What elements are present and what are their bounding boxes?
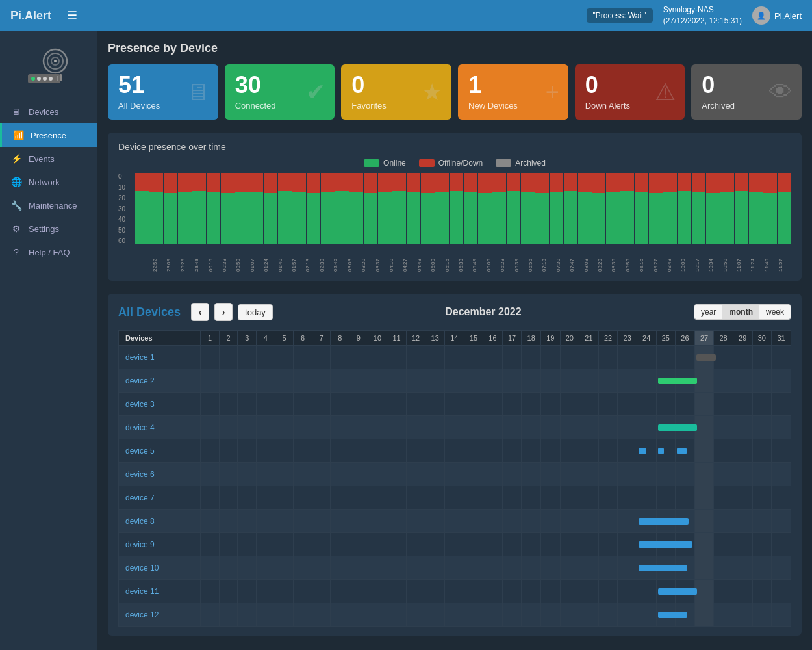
col-header-day: 21 — [579, 331, 599, 346]
day-cell — [387, 463, 407, 486]
cal-view-month[interactable]: month — [722, 305, 759, 319]
cal-view-week[interactable]: week — [759, 305, 791, 319]
bar-offline — [763, 173, 777, 193]
sidebar-item-help[interactable]: ? Help / FAQ — [0, 240, 97, 264]
cal-scroll: Devices123456789101112131415161718192021… — [118, 330, 791, 627]
stat-card-connected[interactable]: ✔ 30 Connected — [225, 64, 335, 120]
bar-group — [207, 173, 220, 244]
day-cell — [219, 510, 238, 533]
presence-bar — [658, 448, 664, 454]
day-cell — [598, 416, 618, 439]
day-cell — [502, 510, 522, 533]
day-cell — [637, 369, 656, 393]
sidebar-nav: 🖥 Devices 📶 Presence ⚡ Events 🌐 Network … — [0, 100, 97, 650]
bar-offline — [464, 173, 477, 192]
bar-online — [235, 192, 249, 244]
day-cell — [445, 603, 464, 627]
cal-prev-button[interactable]: ‹ — [191, 303, 209, 321]
day-cell — [637, 533, 656, 556]
cal-next-button[interactable]: › — [214, 303, 233, 321]
day-cell — [349, 439, 368, 463]
stat-card-favorites[interactable]: ★ 0 Favorites — [341, 64, 451, 120]
day-cell — [752, 393, 772, 416]
day-cell — [201, 463, 220, 486]
day-cell — [502, 580, 522, 603]
stat-card-new-devices[interactable]: + 1 New Devices — [458, 64, 568, 120]
host-info: Synology-NAS (27/12/2022, 12:15:31) — [663, 5, 742, 27]
bar-offline — [278, 173, 292, 191]
day-cell — [772, 510, 791, 533]
day-cell — [694, 556, 714, 580]
day-cell — [445, 556, 464, 580]
sidebar-item-settings[interactable]: ⚙ Settings — [0, 217, 97, 240]
day-cell — [772, 603, 791, 627]
device-name[interactable]: device 12 — [119, 603, 201, 627]
bar-group — [564, 173, 577, 244]
stat-card-down-alerts[interactable]: ⚠ 0 Down Alerts — [575, 64, 685, 120]
bar-offline — [264, 173, 277, 193]
bar-offline — [135, 173, 149, 191]
day-cell — [387, 439, 407, 463]
day-cell — [331, 463, 349, 486]
cal-view-year[interactable]: year — [694, 305, 722, 319]
day-cell — [368, 486, 387, 510]
sidebar-item-devices[interactable]: 🖥 Devices — [0, 100, 97, 124]
device-name[interactable]: device 7 — [119, 486, 201, 510]
day-cell — [694, 369, 714, 393]
bar-online — [678, 191, 691, 245]
day-cell — [331, 439, 349, 463]
stat-card-all-devices[interactable]: 🖥 51 All Devices — [108, 64, 218, 120]
stat-icon-new-devices: + — [546, 79, 559, 106]
day-cell — [522, 463, 541, 486]
day-cell — [275, 533, 294, 556]
bar-offline — [535, 173, 549, 193]
bar-online — [392, 191, 406, 245]
bar-group — [221, 173, 235, 244]
bar-group — [335, 173, 349, 244]
bar-online — [321, 192, 335, 244]
day-cell — [772, 580, 791, 603]
device-name[interactable]: device 4 — [119, 416, 201, 439]
device-name[interactable]: device 2 — [119, 369, 201, 393]
day-cell — [714, 416, 733, 439]
device-name[interactable]: device 8 — [119, 510, 201, 533]
cal-today-button[interactable]: today — [238, 304, 273, 320]
chart-x-label: 07:47 — [569, 246, 582, 272]
device-name[interactable]: device 11 — [119, 580, 201, 603]
sidebar-item-presence[interactable]: 📶 Presence — [0, 124, 97, 147]
device-name[interactable]: device 1 — [119, 346, 201, 369]
bar-offline — [321, 173, 335, 192]
day-cell — [425, 393, 445, 416]
day-cell — [772, 533, 791, 556]
bar-group — [692, 173, 705, 244]
bar-group — [149, 173, 163, 244]
device-name[interactable]: device 5 — [119, 439, 201, 463]
day-cell — [752, 439, 772, 463]
day-cell — [483, 439, 503, 463]
chart-x-label: 06:39 — [514, 246, 527, 272]
day-cell — [598, 346, 618, 369]
day-cell — [733, 439, 752, 463]
day-cell — [312, 416, 331, 439]
device-name[interactable]: device 6 — [119, 463, 201, 486]
bar-group — [407, 173, 420, 244]
sidebar-item-maintenance[interactable]: 🔧 Maintenance — [0, 194, 97, 217]
col-header-day: 6 — [294, 331, 312, 346]
day-cell — [464, 416, 483, 439]
device-name[interactable]: device 10 — [119, 556, 201, 580]
process-status: "Process: Wait" — [587, 8, 653, 23]
sidebar-item-label-settings: Settings — [29, 224, 59, 234]
day-cell — [752, 556, 772, 580]
day-cell — [676, 393, 695, 416]
day-cell — [219, 486, 238, 510]
device-name[interactable]: device 9 — [119, 533, 201, 556]
day-cell — [331, 486, 349, 510]
hamburger-menu[interactable]: ☰ — [67, 8, 77, 23]
sidebar-item-events[interactable]: ⚡ Events — [0, 147, 97, 170]
day-cell — [238, 603, 257, 627]
day-cell — [387, 603, 407, 627]
stat-card-archived[interactable]: 👁 0 Archived — [691, 64, 802, 120]
device-name[interactable]: device 3 — [119, 393, 201, 416]
sidebar-item-network[interactable]: 🌐 Network — [0, 170, 97, 194]
day-cell — [368, 533, 387, 556]
